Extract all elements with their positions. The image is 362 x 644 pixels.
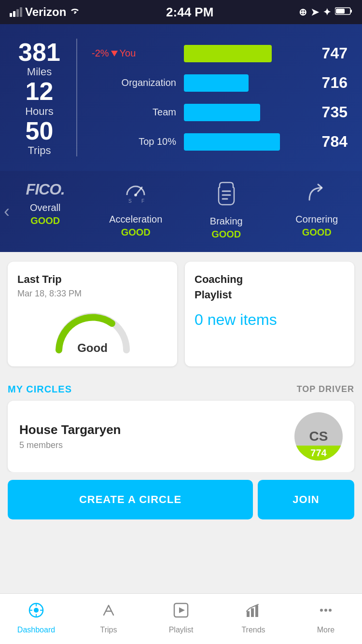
- fico-overall-status: GOOD: [30, 215, 60, 226]
- circle-info: House Targaryen 5 members: [19, 422, 121, 450]
- circle-name: House Targaryen: [19, 422, 121, 437]
- svg-point-12: [34, 608, 39, 613]
- gauge-container: Good: [17, 307, 167, 355]
- fico-acceleration-name: Acceleration: [109, 214, 162, 225]
- gauge-wrapper: Good: [49, 307, 136, 355]
- bar-label-team: Team: [92, 107, 176, 118]
- miles-label: Miles: [14, 66, 64, 78]
- cornering-icon: [305, 181, 329, 210]
- cards-section: Last Trip Mar 18, 8:33 PM Good Coaching …: [0, 252, 362, 376]
- avatar-score: 774: [294, 446, 343, 461]
- bar-fill-top: [184, 133, 280, 151]
- chevron-left-icon[interactable]: ‹: [0, 196, 14, 226]
- action-buttons: CREATE A CIRCLE JOIN: [0, 472, 362, 527]
- miles-stat: 381 Miles: [14, 39, 64, 78]
- trends-icon: [245, 602, 262, 623]
- trips-icon: [100, 602, 117, 623]
- fico-item-acceleration[interactable]: S F Acceleration GOOD: [91, 176, 181, 242]
- acceleration-icon: S F: [124, 181, 148, 210]
- fico-items: FICO. Overall GOOD S F Acceleration GOOD: [0, 176, 362, 242]
- hours-stat: 12 Hours: [14, 78, 64, 117]
- circle-card[interactable]: House Targaryen 5 members CS 774: [8, 401, 354, 472]
- fico-item-braking[interactable]: Braking GOOD: [181, 176, 272, 242]
- nav-playlist[interactable]: Playlist: [145, 602, 217, 634]
- status-right: ⊕ ➤ ✦: [299, 6, 352, 18]
- bar-track-you: [184, 45, 301, 62]
- fico-braking-name: Braking: [210, 216, 243, 227]
- bluetooth-icon: ✦: [323, 6, 331, 18]
- last-trip-date: Mar 18, 8:33 PM: [17, 289, 167, 299]
- nav-more[interactable]: More: [290, 602, 362, 634]
- signal-icon: [10, 7, 22, 17]
- left-stats: 381 Miles 12 Hours 50 Trips: [14, 39, 77, 156]
- join-button[interactable]: JOIN: [258, 480, 354, 519]
- nav-trips[interactable]: Trips: [72, 602, 145, 634]
- location-icon: ⊕: [299, 6, 307, 18]
- last-trip-card[interactable]: Last Trip Mar 18, 8:33 PM Good: [8, 262, 177, 366]
- coaching-new-items: 0 new items: [195, 311, 345, 329]
- hours-number: 12: [14, 78, 64, 105]
- create-circle-button[interactable]: CREATE A CIRCLE: [8, 480, 253, 519]
- svg-point-24: [324, 609, 327, 612]
- svg-rect-2: [336, 9, 345, 14]
- wifi-icon: [69, 5, 81, 19]
- bar-label-org: Organization: [92, 77, 176, 88]
- status-bar: Verizon 2:44 PM ⊕ ➤ ✦: [0, 0, 362, 24]
- gauge-rating: Good: [49, 341, 136, 355]
- coaching-title2: Playlist: [195, 289, 345, 301]
- trips-number: 50: [14, 117, 64, 145]
- hours-label: Hours: [14, 106, 64, 117]
- bar-fill-you: [184, 45, 272, 62]
- score-bars: -2% You 747 Organization 716 Team: [77, 39, 348, 156]
- fico-acceleration-status: GOOD: [121, 227, 151, 238]
- bottom-nav: Dashboard Trips Playlist: [0, 593, 362, 644]
- nav-playlist-label: Playlist: [169, 626, 194, 634]
- last-trip-title: Last Trip: [17, 273, 167, 286]
- fico-item-overall[interactable]: FICO. Overall GOOD: [0, 176, 91, 242]
- gps-icon: ➤: [311, 6, 319, 18]
- bar-row-org: Organization 716: [92, 74, 348, 92]
- bar-row-team: Team 735: [92, 103, 348, 121]
- carrier-label: Verizon: [25, 5, 66, 19]
- svg-marker-19: [179, 607, 185, 613]
- svg-line-4: [136, 187, 142, 195]
- pct-label: -2% You: [92, 48, 176, 59]
- top-stats-section: 381 Miles 12 Hours 50 Trips -2% You: [0, 24, 362, 171]
- trips-stat: 50 Trips: [14, 117, 64, 156]
- driver-avatar: CS 774: [294, 412, 343, 461]
- down-arrow-icon: [111, 51, 118, 56]
- bar-track-team: [184, 104, 301, 121]
- svg-rect-22: [255, 605, 258, 617]
- score-team: 735: [309, 103, 348, 121]
- dashboard-icon: [28, 602, 45, 623]
- svg-text:S: S: [128, 198, 132, 204]
- nav-dashboard[interactable]: Dashboard: [0, 602, 72, 634]
- score-top: 784: [309, 133, 348, 151]
- circle-members: 5 members: [19, 440, 121, 450]
- bar-fill-team: [184, 104, 260, 121]
- nav-trends-label: Trends: [241, 626, 265, 634]
- nav-more-label: More: [317, 626, 334, 634]
- fico-cornering-status: GOOD: [302, 227, 332, 238]
- playlist-icon: [172, 602, 190, 623]
- svg-text:F: F: [141, 198, 144, 204]
- time-display: 2:44 PM: [166, 5, 213, 20]
- fico-item-cornering[interactable]: Cornering GOOD: [272, 176, 362, 242]
- braking-icon: [216, 181, 237, 212]
- svg-rect-21: [251, 608, 254, 617]
- svg-point-5: [134, 194, 137, 196]
- trips-label: Trips: [14, 145, 64, 156]
- top-driver-label: TOP DRIVER: [297, 384, 354, 394]
- svg-point-25: [329, 609, 332, 612]
- circles-section: MY CIRCLES TOP DRIVER House Targaryen 5 …: [0, 376, 362, 472]
- status-left: Verizon: [10, 5, 81, 19]
- fico-cornering-name: Cornering: [295, 214, 338, 225]
- coaching-card[interactable]: Coaching Playlist 0 new items: [185, 262, 354, 366]
- bar-track-org: [184, 74, 301, 92]
- svg-rect-20: [247, 611, 250, 617]
- bar-track-top: [184, 133, 301, 151]
- score-org: 716: [309, 74, 348, 92]
- fico-section: ‹ FICO. Overall GOOD S F Acceleration GO…: [0, 171, 362, 252]
- coaching-title: Coaching: [195, 273, 345, 286]
- nav-trends[interactable]: Trends: [217, 602, 290, 634]
